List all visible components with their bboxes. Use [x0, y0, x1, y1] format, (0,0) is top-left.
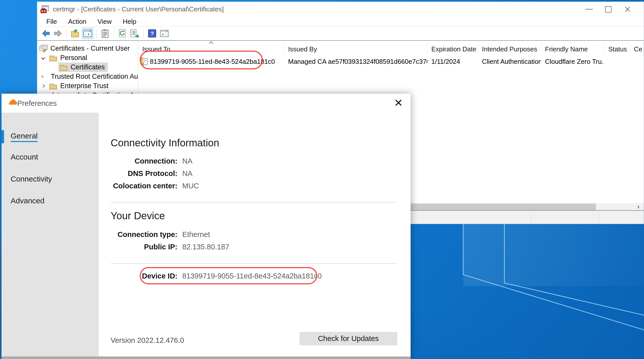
- sidebar-item-general[interactable]: General: [2, 130, 99, 144]
- row-value: NA: [182, 157, 192, 165]
- certmgr-titlebar[interactable]: certmgr - [Certificates - Current User\P…: [37, 2, 644, 17]
- action-pane-icon: [160, 29, 169, 37]
- back-arrow-icon: [41, 29, 50, 38]
- clipboard-icon: [101, 29, 109, 38]
- wallpaper-light-facet: [463, 223, 644, 286]
- sidebar-item-account[interactable]: Account: [2, 150, 99, 164]
- back-button[interactable]: [40, 28, 51, 39]
- section-divider: [111, 202, 397, 203]
- certificate-store-icon: [39, 45, 48, 53]
- row-value: MUC: [182, 182, 199, 190]
- wallpaper-beam-line: [463, 223, 464, 275]
- sidebar-item-connectivity[interactable]: Connectivity: [2, 172, 99, 186]
- refresh-icon: [118, 29, 127, 38]
- export-list-button[interactable]: [129, 28, 140, 39]
- section-divider: [111, 263, 397, 264]
- folder-icon: [49, 54, 57, 62]
- column-header-expiration-date[interactable]: Expiration Date: [427, 43, 478, 54]
- status-bar-separator: [531, 212, 531, 222]
- row-label: Connection type:: [99, 230, 177, 239]
- help-button[interactable]: ?: [147, 28, 158, 39]
- check-for-updates-button[interactable]: Check for Updates: [299, 332, 397, 345]
- maximize-icon: [605, 6, 612, 13]
- row-label: Connection:: [99, 157, 177, 165]
- folder-up-icon: [71, 29, 80, 38]
- row-value: Ethernet: [182, 230, 210, 239]
- info-row-dns-protocol: DNS Protocol: NA: [99, 167, 395, 180]
- wallpaper-beam-line: [504, 283, 644, 317]
- info-row-connection-type: Connection type: Ethernet: [99, 228, 395, 241]
- scrollbar-right-arrow[interactable]: ›: [634, 203, 643, 210]
- column-header-status[interactable]: Status: [604, 43, 630, 54]
- info-row-public-ip: Public IP: 82.135.80.187: [99, 241, 395, 253]
- cell-friendly-name: Cloudflare Zero Tru...: [541, 56, 604, 67]
- show-hide-action-pane-button[interactable]: [159, 28, 170, 39]
- toolbar-separator: [96, 29, 96, 38]
- window-controls: ✕: [579, 2, 637, 17]
- tree-item-personal[interactable]: Personal: [37, 53, 138, 63]
- tree-item-enterprise-trust[interactable]: Enterprise Trust: [37, 81, 138, 91]
- preferences-titlebar[interactable]: Preferences ✕: [2, 94, 411, 113]
- tree-item-certificates-selected[interactable]: Certificates: [37, 63, 138, 72]
- close-button[interactable]: ✕: [618, 2, 637, 17]
- show-hide-console-tree-button[interactable]: [82, 28, 93, 39]
- tree-item-certificates-current-user[interactable]: Certificates - Current User: [37, 44, 138, 53]
- chevron-right-icon[interactable]: [41, 75, 44, 78]
- export-list-icon: [130, 29, 139, 38]
- folder-icon: [59, 64, 68, 71]
- dialog-close-button[interactable]: ✕: [392, 96, 405, 109]
- column-header-friendly-name[interactable]: Friendly Name: [541, 43, 604, 54]
- tree-item-label: Certificates: [71, 63, 105, 71]
- minimize-button[interactable]: [579, 2, 599, 17]
- svg-text:?: ?: [150, 30, 154, 37]
- tree-item-label: Trusted Root Certification Au: [51, 73, 138, 81]
- cell-expiration-date: 1/11/2024: [427, 56, 478, 67]
- column-header-issued-by[interactable]: Issued By: [284, 43, 427, 54]
- chevron-down-icon[interactable]: [41, 56, 45, 60]
- wallpaper-beam-line: [504, 223, 505, 283]
- up-one-level-button[interactable]: [70, 28, 81, 39]
- tree-item-label: Personal: [60, 54, 87, 62]
- forward-button[interactable]: [52, 28, 64, 39]
- screen: certmgr - [Certificates - Current User\P…: [0, 0, 644, 359]
- sidebar-item-advanced[interactable]: Advanced: [2, 194, 99, 208]
- preferences-sidebar: General Account Connectivity Advanced: [2, 113, 99, 356]
- folder-icon: [49, 83, 57, 90]
- row-label: Public IP:: [99, 243, 177, 251]
- minimize-icon: [585, 9, 593, 10]
- dialog-title: Preferences: [17, 99, 57, 108]
- refresh-button[interactable]: [117, 28, 128, 39]
- properties-button[interactable]: [99, 28, 111, 39]
- column-header-certificate[interactable]: Ce: [630, 43, 644, 54]
- row-value: NA: [182, 169, 192, 178]
- toolbar: ?: [37, 27, 644, 40]
- preferences-content: Connectivity Information Connection: NA …: [99, 113, 411, 356]
- menu-file[interactable]: File: [41, 18, 63, 26]
- toolbar-separator: [143, 29, 144, 38]
- cloudflare-logo-icon: [8, 99, 18, 106]
- cell-certificate: [630, 56, 644, 67]
- maximize-button[interactable]: [599, 2, 618, 17]
- column-header-intended-purposes[interactable]: Intended Purposes: [478, 43, 541, 54]
- menu-help[interactable]: Help: [117, 18, 142, 26]
- sidebar-item-label: Advanced: [11, 196, 44, 205]
- chevron-right-icon[interactable]: [41, 84, 45, 88]
- menubar: File Action View Help: [37, 17, 644, 27]
- row-label: Colocation center:: [99, 182, 177, 190]
- row-value: 82.135.80.187: [182, 243, 229, 251]
- status-bar-separator: [599, 212, 599, 222]
- tree-item-trusted-root[interactable]: Trusted Root Certification Au: [37, 72, 138, 81]
- cell-intended-purposes: Client Authentication: [478, 56, 541, 67]
- menu-view[interactable]: View: [92, 18, 117, 26]
- section-heading-your-device: Your Device: [111, 210, 165, 222]
- annotation-ellipse-device-id: [140, 267, 317, 284]
- section-heading-connectivity: Connectivity Information: [111, 137, 219, 149]
- tree-item-label: Certificates - Current User: [50, 45, 130, 52]
- cell-status: [604, 56, 630, 67]
- sidebar-item-label: Connectivity: [11, 175, 52, 183]
- dialog-bottom-strip: [2, 356, 411, 359]
- preferences-dialog: Preferences ✕ General Account Connectivi…: [2, 94, 411, 359]
- sidebar-item-label: General: [11, 132, 38, 142]
- forward-arrow-icon: [53, 29, 63, 38]
- menu-action[interactable]: Action: [63, 18, 92, 26]
